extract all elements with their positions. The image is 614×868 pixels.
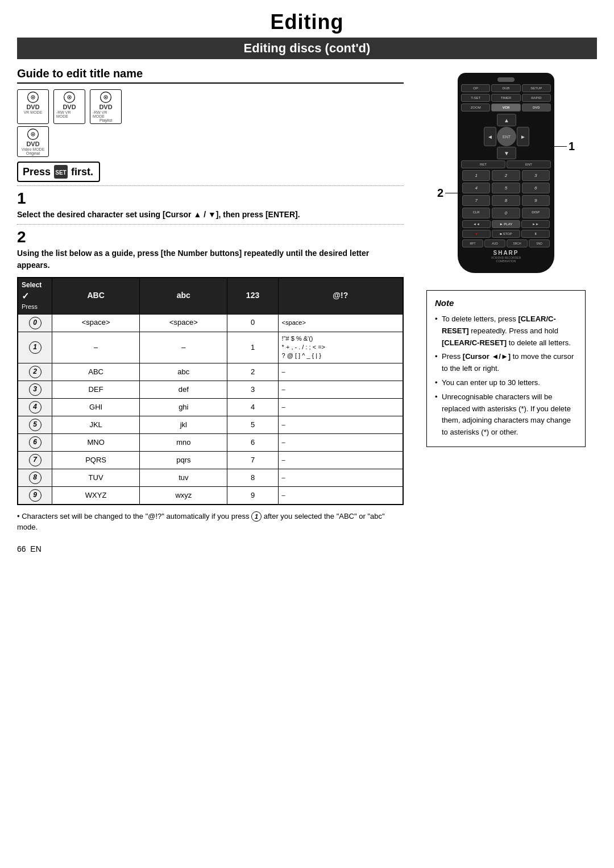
- table-abc-lower-cell: wxyz: [140, 486, 227, 504]
- table-row: 9WXYZwxyz9–: [18, 486, 403, 504]
- sharp-logo: SHARP: [461, 250, 551, 256]
- table-abc-cell: DEF: [52, 381, 140, 398]
- dvd-icon-video-orig: DVD Video MODE Original: [17, 126, 49, 157]
- table-num-cell: 8: [227, 469, 278, 486]
- remote-btn-rapid[interactable]: RAPID: [522, 94, 551, 102]
- char-table: Select ✓ Press ABC abc 123 @!?: [18, 278, 403, 505]
- select-label: Select: [22, 280, 42, 290]
- remote-num-0[interactable]: 0: [492, 208, 520, 218]
- remote-btn-audio[interactable]: AUD: [484, 239, 505, 247]
- remote-btn-search[interactable]: SRCH: [507, 239, 528, 247]
- remote-btn-enter[interactable]: ENT: [497, 127, 516, 146]
- table-abc-cell: TUV: [52, 469, 140, 486]
- remote-num-2[interactable]: 2: [492, 170, 520, 181]
- page: Editing Editing discs (cont'd) Guide to …: [0, 0, 614, 868]
- remote-bottom-row: RPT AUD SRCH SND: [462, 239, 550, 247]
- remote-btn-vcr[interactable]: VCR: [491, 104, 520, 111]
- remote-btn-setup[interactable]: SETUP: [522, 84, 551, 92]
- remote-num-3[interactable]: 3: [522, 170, 550, 181]
- table-sym-cell: –: [278, 416, 403, 433]
- table-row: 0<space><space>0<space>: [18, 314, 403, 332]
- remote-btn-repeat[interactable]: RPT: [462, 239, 483, 247]
- note-item-1: To delete letters, press [CLEAR/C-RESET]…: [435, 313, 577, 349]
- table-key-cell: 7: [18, 451, 52, 469]
- remote-num-6[interactable]: 6: [522, 183, 550, 193]
- remote-btn-dvd[interactable]: DVD: [522, 104, 551, 111]
- remote-transport-1: ◄◄ ► PLAY ►►: [462, 220, 550, 228]
- col-header-123: 123: [227, 278, 278, 315]
- table-row: 8TUVtuv8–: [18, 469, 403, 486]
- remote-num-8[interactable]: 8: [492, 195, 520, 206]
- table-row: 2ABCabc2–: [18, 363, 403, 381]
- table-num-cell: 7: [227, 451, 278, 469]
- remote-btn-fwd[interactable]: ►►: [521, 220, 550, 228]
- step-1-num: 1: [17, 189, 404, 208]
- remote-btn-rev[interactable]: ◄◄: [462, 220, 491, 228]
- remote-num-4[interactable]: 4: [462, 183, 490, 193]
- remote-btn-pause[interactable]: ⏸: [521, 230, 550, 238]
- remote-num-5[interactable]: 5: [492, 183, 520, 193]
- dvd-disc-icon-2: [63, 91, 76, 104]
- remote-row-2: T-SET TIMER RAPID: [461, 94, 551, 102]
- remote-btn-down[interactable]: ▼: [497, 147, 516, 159]
- remote-num-7[interactable]: 7: [462, 195, 490, 206]
- circle-num: 9: [29, 489, 42, 502]
- step-1-text: Select the desired character set using […: [17, 209, 404, 221]
- setup-icon: SET: [54, 165, 68, 179]
- remote-btn-rec[interactable]: ●: [462, 230, 491, 238]
- remote-btn-operate[interactable]: OP: [461, 84, 490, 92]
- circle-num: 7: [29, 454, 42, 466]
- remote-btn-play[interactable]: ► PLAY: [492, 220, 520, 228]
- table-sym-cell: –: [278, 469, 403, 486]
- svg-point-8: [105, 97, 106, 98]
- remote-btn-sound[interactable]: SND: [529, 239, 550, 247]
- note-below-text: • Characters set will be changed to the …: [17, 512, 385, 532]
- char-table-wrap: Select ✓ Press ABC abc 123 @!?: [17, 277, 404, 505]
- remote-btn-timerprog[interactable]: TIMER: [491, 94, 520, 102]
- dotted-line-2: [17, 224, 404, 225]
- col-header-abc: ABC: [52, 278, 140, 315]
- remote-btn-stop[interactable]: ■ STOP: [492, 230, 520, 238]
- table-row: 4GHIghi4–: [18, 398, 403, 416]
- main-title: Editing: [0, 0, 614, 38]
- table-abc-lower-cell: –: [140, 332, 227, 363]
- remote-num-9[interactable]: 9: [522, 195, 550, 206]
- circle-num: 3: [29, 383, 42, 396]
- table-sym-cell: –: [278, 433, 403, 451]
- table-num-cell: 9: [227, 486, 278, 504]
- remote-line-1: [551, 146, 567, 147]
- remote-btn-zoom[interactable]: ZOOM: [461, 104, 490, 111]
- circle-num: 6: [29, 436, 42, 449]
- remote-btn-tset[interactable]: T-SET: [461, 94, 490, 102]
- circle-num: 8: [29, 472, 42, 484]
- table-abc-lower-cell: jkl: [140, 416, 227, 433]
- dvd-label-2: DVD: [63, 104, 76, 110]
- table-abc-cell: <space>: [52, 314, 140, 332]
- remote-sensor: [497, 77, 515, 82]
- col-header-abc-lower: abc: [140, 278, 227, 315]
- svg-text:SET: SET: [55, 170, 66, 176]
- remote-btn-enter2[interactable]: ENT: [507, 160, 551, 168]
- table-row: 3DEFdef3–: [18, 381, 403, 398]
- table-sym-cell: –: [278, 381, 403, 398]
- circle-num: 1: [29, 341, 42, 354]
- dvd-sub: VR MODE: [24, 110, 43, 114]
- table-key-cell: 3: [18, 381, 52, 398]
- remote-btn-left[interactable]: ◄: [484, 127, 496, 146]
- remote-num-clear[interactable]: CLR: [462, 208, 490, 218]
- remote-btn-right[interactable]: ►: [517, 127, 529, 146]
- dvd-icon-rw-vr: DVD -RW VR MODE: [53, 89, 85, 124]
- remote-line-2: [445, 193, 461, 194]
- remote-dpad-area: ▲ ◄ ENT ► ▼: [461, 114, 551, 158]
- remote-btn-return[interactable]: RET: [461, 160, 505, 168]
- note-list: To delete letters, press [CLEAR/C-RESET]…: [435, 313, 577, 439]
- remote-num-1[interactable]: 1: [462, 170, 490, 181]
- remote-btn-up[interactable]: ▲: [497, 114, 516, 126]
- remote-selector-row: ZOOM VCR DVD: [461, 104, 551, 111]
- table-num-cell: 0: [227, 314, 278, 332]
- table-key-cell: 1: [18, 332, 52, 363]
- table-sym-cell: –: [278, 451, 403, 469]
- remote-num-disp[interactable]: DISP: [522, 208, 550, 218]
- remote-btn-dubbing[interactable]: DUB: [491, 84, 520, 92]
- footer-lang: EN: [30, 544, 41, 553]
